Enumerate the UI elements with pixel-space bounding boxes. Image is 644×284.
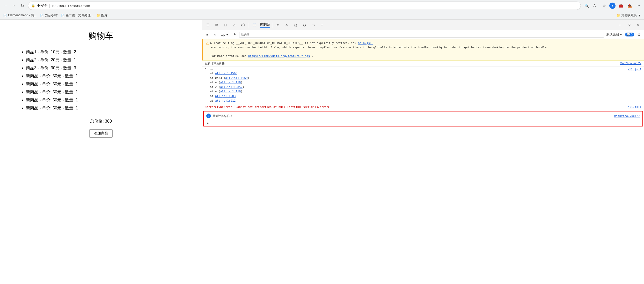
font-button[interactable]: Aₙ: [592, 2, 599, 9]
total-price: 总价格: 380: [16, 119, 186, 124]
back-button[interactable]: ←: [2, 2, 9, 9]
forward-button[interactable]: →: [10, 2, 18, 9]
bookmark-item-1[interactable]: 📄 ChatGPT: [40, 14, 58, 17]
url-text: 192.168.1.172:8080/math: [52, 4, 577, 8]
devtools-close-btn[interactable]: ✕: [635, 21, 642, 29]
devtools-console-tab[interactable]: ☷: [251, 21, 258, 29]
warning-link-2[interactable]: https://link.vuejs.org/feature-flags: [248, 54, 310, 58]
stack-line-6: at all.js:1:912: [205, 99, 641, 103]
stack-link-4[interactable]: all.js:1:110: [220, 90, 241, 93]
chevron-down-icon: ▼: [638, 14, 641, 17]
cart-item-7: 新商品 - 单价: 50元 - 数量: 1: [26, 106, 186, 111]
browser-actions: 🔍 Aₙ ☆ ● 🧰 📥 ⋯: [583, 2, 642, 9]
console-settings-btn[interactable]: ⚙: [636, 32, 642, 38]
cart-item-3: 新商品 - 单价: 50元 - 数量: 1: [26, 73, 186, 79]
xml-error-source[interactable]: all.js:1: [628, 105, 641, 109]
bookmark-star[interactable]: ☆: [601, 2, 608, 9]
profile-button[interactable]: ●: [609, 3, 616, 9]
bookmark-icon-1: 📄: [40, 14, 44, 17]
level-chevron-icon: ▼: [619, 33, 623, 36]
cart-item-6: 新商品 - 单价: 50元 - 数量: 1: [26, 98, 186, 103]
address-bar[interactable]: 🔓 不安全 | 192.168.1.172:8080/math: [28, 2, 581, 10]
stack-line-3: at 2 (all.js:1:5852): [205, 85, 641, 89]
expand-arrow[interactable]: ►: [204, 120, 642, 126]
highlighted-source[interactable]: MathView.vue:27: [614, 114, 640, 118]
filter-input[interactable]: [239, 32, 604, 38]
bookmark-item-2[interactable]: 📄 第二篇：文件处理...: [61, 13, 93, 18]
devtools-elements-btn[interactable]: ☰: [204, 21, 211, 29]
stack-link-2[interactable]: all.js:1:110: [220, 81, 241, 84]
bookmark-label-2: 第二篇：文件处理...: [66, 13, 93, 18]
clear-console-btn[interactable]: ■: [204, 32, 210, 38]
devtools-sources-btn[interactable]: □: [222, 21, 229, 29]
devtools-device-btn[interactable]: ▭: [310, 21, 317, 29]
devtools-help-btn[interactable]: ?: [626, 21, 633, 29]
highlighted-row: 5 重新计算总价格 MathView.vue:27: [204, 111, 642, 120]
more-button[interactable]: ⋯: [635, 2, 642, 9]
devtools-add-btn[interactable]: +: [318, 21, 326, 29]
bookmark-label-3: 图片: [101, 13, 107, 18]
warning-text-1: ▶ Feature flag __VUE_PROD_HYDRATION_MISM…: [210, 41, 358, 45]
devtools-panel: ☰ ⧉ □ ⌂ </> ☷ 控制台 ⚙ ∿ ◔ ⚙ ▭ + ⋯ ? ✕ ■ ○ …: [202, 20, 644, 284]
stack-link-3[interactable]: all.js:1:5852: [220, 85, 243, 89]
cart-item-4: 新商品 - 单价: 50元 - 数量: 1: [26, 81, 186, 87]
console-row-recalc: 重新计算总价格 MathView.vue:27: [202, 61, 644, 67]
warning-link-1[interactable]: main.js:6: [358, 41, 374, 45]
stack-link-5[interactable]: all.js:1:903: [215, 94, 236, 98]
recalc-source[interactable]: MathView.vue:27: [620, 62, 641, 65]
error-header-row: Error all.js:1: [205, 68, 641, 71]
devtools-dom-btn[interactable]: ⧉: [213, 21, 220, 29]
bookmark-item-3[interactable]: 📁 图片: [96, 13, 107, 18]
reload-button[interactable]: ↻: [19, 2, 26, 9]
stack-line-0: at all.js:1:1505: [205, 71, 641, 76]
stack-line-5: at all.js:1:903: [205, 94, 641, 99]
devtools-performance-btn[interactable]: ⚙: [274, 21, 282, 29]
error-block: Error all.js:1 at all.js:1:1505 at 0d83 …: [202, 67, 644, 104]
toolbar-separator: [249, 23, 249, 28]
context-chevron-icon: ▼: [226, 33, 229, 36]
zoom-button[interactable]: 🔍: [583, 2, 590, 9]
stack-link-1[interactable]: all.js:1:1669: [225, 76, 248, 80]
cart-item-5: 新商品 - 单价: 50元 - 数量: 1: [26, 89, 186, 95]
devtools-network-btn[interactable]: ◔: [292, 21, 299, 29]
devtools-home-btn[interactable]: ⌂: [231, 21, 238, 29]
error-source[interactable]: all.js:1: [628, 68, 641, 71]
bookmarks-bar: 📄 Chimengmeng - 博... 📄 ChatGPT 📄 第二篇：文件处…: [0, 11, 644, 20]
devtools-settings-btn[interactable]: ⚙: [301, 21, 308, 29]
devtools-secondary-toolbar: ■ ○ top ▼ 👁 默认级别 ▼ 💬 3 ⚙: [202, 30, 644, 39]
bookmark-icon-0: 📄: [3, 14, 7, 17]
level-dropdown[interactable]: 默认级别 ▼: [605, 32, 624, 37]
stack-line-2: at n (all.js:1:110): [205, 80, 641, 85]
devtools-more-btn[interactable]: ⋯: [617, 21, 624, 29]
browser-chrome: ← → ↻ 🔓 不安全 | 192.168.1.172:8080/math 🔍 …: [0, 0, 644, 20]
bookmark-item-0[interactable]: 📄 Chimengmeng - 博...: [3, 13, 37, 18]
cart-item-1: 商品2 - 单价: 20元 - 数量: 1: [26, 57, 186, 63]
nav-buttons: ← → ↻: [2, 2, 26, 9]
cart-item-0: 商品1 - 单价: 10元 - 数量: 2: [26, 49, 186, 55]
eye-btn[interactable]: 👁: [231, 32, 238, 38]
cart-item-2: 商品3 - 单价: 30元 - 数量: 3: [26, 65, 186, 71]
highlighted-badge: 5: [206, 114, 211, 118]
folder-icon: 📁: [616, 14, 620, 17]
bookmark-folder[interactable]: 📁 其他收藏夹 ▼: [616, 13, 641, 18]
context-dropdown[interactable]: top ▼: [220, 32, 230, 37]
separator: |: [49, 4, 50, 8]
add-product-button[interactable]: 添加商品: [89, 129, 113, 138]
level-label: 默认级别: [606, 32, 619, 37]
extension-button[interactable]: 🧰: [617, 2, 624, 9]
devtools-code-btn[interactable]: </>: [239, 21, 247, 29]
filter-toggle-btn[interactable]: ○: [212, 32, 218, 38]
devtools-wifi-btn[interactable]: ∿: [283, 21, 290, 29]
folder-label: 其他收藏夹: [621, 13, 637, 18]
stack-link-6[interactable]: all.js:1:912: [215, 99, 236, 102]
main-area: 购物车 商品1 - 单价: 10元 - 数量: 2商品2 - 单价: 20元 -…: [0, 20, 644, 284]
download-button[interactable]: 📥: [626, 2, 633, 9]
bookmark-icon-3: 📁: [96, 14, 100, 17]
bookmark-label-0: Chimengmeng - 博...: [8, 13, 37, 18]
stack-link-0[interactable]: all.js:1:1505: [215, 72, 237, 75]
highlighted-text: 重新计算总价格: [213, 114, 232, 118]
toolbar-separator-2: [272, 23, 272, 28]
warning-text-2: are running the esm-bundler build of Vue…: [210, 46, 548, 49]
bookmark-icon-2: 📄: [61, 14, 65, 17]
recalc-text: 重新计算总价格: [205, 62, 225, 65]
